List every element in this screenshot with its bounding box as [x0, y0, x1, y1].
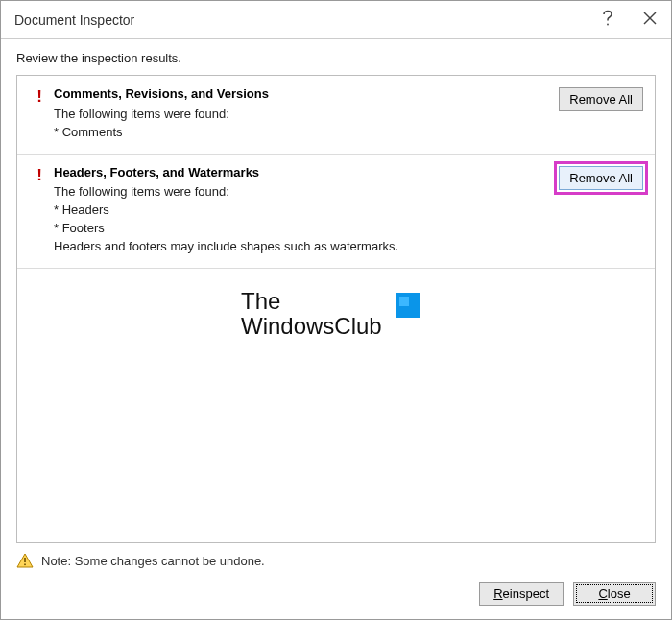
- subtitle: Review the inspection results.: [1, 39, 671, 75]
- close-icon: [643, 12, 657, 28]
- result-line: The following items were found:: [54, 183, 551, 202]
- result-body: Comments, Revisions, and Versions The fo…: [50, 85, 559, 142]
- help-button[interactable]: [587, 1, 629, 39]
- svg-rect-5: [24, 564, 26, 566]
- result-item-comments: ! Comments, Revisions, and Versions The …: [17, 76, 655, 155]
- warning-icon: [16, 553, 34, 568]
- svg-point-0: [607, 24, 609, 26]
- alert-icon: !: [29, 85, 50, 107]
- note-row: Note: Some changes cannot be undone.: [16, 553, 656, 582]
- result-line: * Headers: [54, 202, 551, 220]
- result-title: Headers, Footers, and Watermarks: [54, 164, 551, 182]
- button-row: Reinspect Close: [16, 582, 656, 606]
- result-line: The following items were found:: [54, 106, 551, 124]
- document-inspector-dialog: Document Inspector Review the inspection…: [0, 0, 672, 620]
- result-body: Headers, Footers, and Watermarks The fol…: [50, 164, 559, 256]
- result-line: * Comments: [54, 124, 551, 142]
- alert-icon: !: [29, 164, 50, 185]
- remove-all-button[interactable]: Remove All: [559, 87, 643, 111]
- result-title: Comments, Revisions, and Versions: [54, 85, 551, 104]
- dialog-footer: Note: Some changes cannot be undone. Rei…: [1, 543, 671, 619]
- svg-rect-4: [24, 558, 26, 562]
- remove-all-button-highlighted[interactable]: Remove All: [559, 166, 643, 190]
- results-panel: ! Comments, Revisions, and Versions The …: [16, 75, 656, 543]
- result-item-headers: ! Headers, Footers, and Watermarks The f…: [17, 155, 655, 269]
- result-line: * Footers: [54, 220, 551, 238]
- help-icon: [602, 10, 613, 30]
- result-line: Headers and footers may include shapes s…: [54, 238, 551, 256]
- note-text: Note: Some changes cannot be undone.: [41, 554, 265, 568]
- close-button[interactable]: Close: [573, 582, 656, 606]
- dialog-title: Document Inspector: [14, 12, 587, 28]
- close-window-button[interactable]: [629, 1, 671, 39]
- reinspect-button[interactable]: Reinspect: [479, 582, 564, 606]
- titlebar: Document Inspector: [1, 1, 671, 39]
